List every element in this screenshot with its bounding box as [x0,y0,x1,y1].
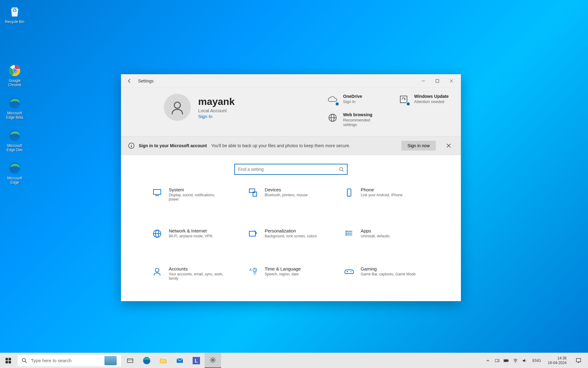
taskbar-app-l[interactable]: L [188,353,205,368]
svg-rect-59 [508,360,509,361]
desktop-icon-edge-beta[interactable]: Microsoft Edge Beta [3,94,26,121]
svg-text:A: A [249,268,252,272]
svg-line-40 [255,270,256,270]
taskbar-search[interactable]: Type here to search [17,355,121,367]
status-tile-web[interactable]: Web browsing Recommended settings [327,112,380,127]
category-accounts[interactable]: AccountsYour accounts, email, sync, work… [152,266,238,295]
titlebar: Settings [121,74,461,88]
onedrive-icon [327,94,338,105]
devices-icon [247,187,258,198]
category-phone[interactable]: PhoneLink your Android, iPhone [344,187,430,216]
username: mayank [198,96,235,107]
desktop-icon-chrome[interactable]: Google Chrome [3,62,26,88]
svg-point-48 [22,358,25,362]
category-desc: Link your Android, iPhone [361,193,403,197]
taskbar-edge[interactable] [138,353,155,368]
taskbar-explorer[interactable] [155,353,172,368]
status-tile-update[interactable]: Windows Update Attention needed [398,94,449,127]
svg-point-41 [350,271,351,272]
signin-banner: Sign in to your Microsoft account You'll… [121,136,461,155]
svg-point-32 [345,231,347,232]
category-desc: Game Bar, captures, Game Mode [361,272,416,276]
banner-title: Sign in to your Microsoft account [139,143,207,148]
tile-title: OneDrive [343,94,362,99]
category-desc: Display, sound, notifications, power [169,193,224,201]
desktop-icons: Recycle Bin Google Chrome Microsoft Edge… [3,3,26,186]
settings-categories: SystemDisplay, sound, notifications, pow… [121,181,461,301]
task-view-button[interactable] [122,353,138,368]
svg-line-18 [342,170,344,171]
svg-text:字: 字 [253,271,257,276]
signin-link[interactable]: Sign In [198,114,235,119]
category-personalization[interactable]: PersonalizationBackground, lock screen, … [247,228,334,254]
tray-clock[interactable]: 14:38 18-04-2024 [545,356,569,365]
desktop-icon-label: Microsoft Edge [4,176,25,185]
category-network[interactable]: Network & InternetWi-Fi, airplane mode, … [152,228,238,254]
svg-point-56 [212,359,214,361]
category-apps[interactable]: AppsUninstall, defaults [344,228,430,254]
tile-title: Windows Update [414,94,449,99]
tile-title: Web browsing [343,112,380,117]
status-tile-onedrive[interactable]: OneDrive Sign In [327,94,380,105]
settings-search-box[interactable] [234,164,348,175]
svg-point-35 [155,268,159,272]
tray-language[interactable]: ENG [530,358,543,363]
close-button[interactable] [444,74,458,88]
minimize-button[interactable] [416,74,430,88]
edge-beta-icon [7,96,22,110]
user-block: mayank Local Account Sign In [164,94,235,121]
svg-point-33 [345,232,347,234]
tray-notifications[interactable] [571,353,586,368]
desktop-icon-edge-dev[interactable]: Microsoft Edge Dev [3,127,26,153]
chrome-icon [7,63,22,78]
search-icon [339,167,344,172]
svg-rect-13 [400,96,407,103]
svg-rect-45 [9,358,11,360]
svg-point-24 [349,195,349,196]
taskbar-mail[interactable] [172,353,188,368]
signin-now-button[interactable]: Sign in now [401,141,436,151]
clock-date: 18-04-2024 [548,361,567,365]
apps-icon [344,228,355,239]
search-highlight-icon [104,356,117,365]
tile-sub: Recommended settings [343,118,380,127]
edge-dev-icon [7,128,22,143]
tray-battery[interactable] [503,353,510,368]
taskbar-settings[interactable] [205,353,221,368]
user-avatar[interactable] [164,94,191,121]
phone-icon [344,187,355,198]
desktop-icon-recycle-bin[interactable]: Recycle Bin [3,3,26,25]
task-icons: L [122,353,221,368]
category-time-language[interactable]: A字 Time & LanguageSpeech, region, date [247,266,334,295]
category-gaming[interactable]: GamingGame Bar, captures, Game Mode [344,266,430,295]
category-title: Gaming [361,266,416,271]
category-desc: Your accounts, email, sync, work, family [169,272,224,281]
status-tiles: OneDrive Sign In Web browsing Recommende… [327,94,449,127]
settings-search-input[interactable] [238,167,339,172]
category-system[interactable]: SystemDisplay, sound, notifications, pow… [152,187,238,216]
desktop-icon-label: Google Chrome [4,79,25,87]
tray-volume[interactable] [521,353,528,368]
start-button[interactable] [0,353,17,368]
desktop-icon-label: Microsoft Edge Dev [4,144,25,152]
time-language-icon: A字 [247,266,258,277]
svg-rect-28 [249,231,255,236]
tray-wifi[interactable] [512,353,519,368]
category-desc: Background, lock screen, colors [265,234,317,238]
back-button[interactable] [123,75,136,87]
svg-point-17 [340,167,343,171]
tray-chevron[interactable] [484,353,491,368]
category-devices[interactable]: DevicesBluetooth, printers, mouse [247,187,334,216]
taskbar: Type here to search L ENG 14:38 18-04-20… [0,353,588,368]
category-title: Time & Language [265,266,301,271]
search-row [121,155,461,181]
banner-close-button[interactable] [444,141,454,151]
desktop-icon-edge[interactable]: Microsoft Edge [3,159,26,186]
tile-sub: Sign In [343,99,362,104]
tray-meet-now[interactable] [494,353,500,368]
maximize-button[interactable] [430,74,444,88]
category-title: Personalization [265,228,317,233]
svg-rect-8 [436,79,439,82]
settings-window: Settings mayank Local Account Sign In [121,74,461,301]
svg-rect-57 [495,359,498,362]
